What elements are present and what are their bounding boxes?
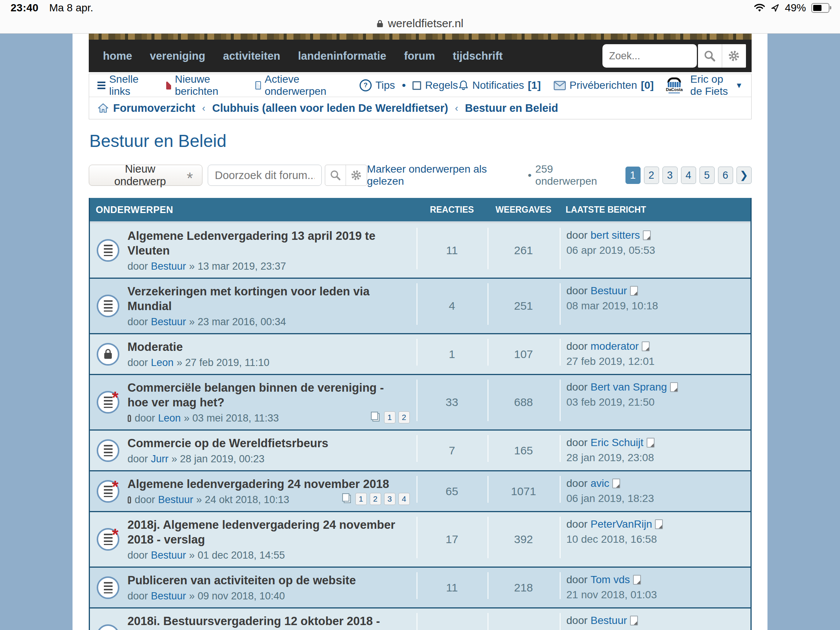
goto-last-post-icon[interactable] bbox=[633, 575, 641, 585]
forum-search-settings-button[interactable] bbox=[346, 165, 366, 185]
topic-page-button-2[interactable]: 2 bbox=[370, 493, 381, 505]
forum-search-input[interactable] bbox=[208, 165, 322, 186]
nav-item-home[interactable]: home bbox=[103, 50, 132, 62]
topic-title-link[interactable]: 2018j. Algemene ledenvergadering 24 nove… bbox=[128, 518, 407, 547]
page-button-4[interactable]: 4 bbox=[681, 167, 696, 184]
breadcrumb-current[interactable]: Bestuur en Beleid bbox=[465, 102, 558, 114]
last-post-author-link[interactable]: Eric Schuijt bbox=[591, 437, 644, 449]
site-search-button[interactable] bbox=[698, 44, 722, 68]
private-messages-link[interactable]: Privéberichten [0] bbox=[554, 79, 654, 92]
topic-count: 259 onderwerpen bbox=[535, 163, 616, 187]
topic-title-link[interactable]: Verzekeringen met kortingen voor leden v… bbox=[128, 284, 407, 314]
browser-chrome: 23:40 Ma 8 apr. 49% bbox=[0, 0, 840, 34]
topic-byline: door Bestuur » 09 nov 2018, 10:40 bbox=[128, 591, 412, 602]
battery-percent: 49% bbox=[785, 2, 806, 14]
battery-icon bbox=[811, 3, 829, 13]
topic-byline: door Bestuur » 01 dec 2018, 14:55 bbox=[128, 549, 412, 561]
wifi-icon bbox=[754, 3, 765, 13]
topic-title-link[interactable]: Publiceren van activiteiten op de websit… bbox=[128, 573, 407, 588]
table-row: 2018i. Bestuursvergadering 12 oktober 20… bbox=[90, 607, 750, 630]
topic-pages: 1234 bbox=[344, 493, 410, 505]
quicklinks-menu[interactable]: Snelle links bbox=[98, 73, 153, 98]
rules-link[interactable]: Regels bbox=[412, 79, 458, 92]
table-row: Verzekeringen met kortingen voor leden v… bbox=[90, 278, 750, 333]
new-topic-button[interactable]: Nieuw onderwerp * bbox=[89, 165, 202, 186]
goto-last-post-icon[interactable] bbox=[643, 231, 651, 240]
page-button-3[interactable]: 3 bbox=[663, 167, 677, 184]
topic-title-link[interactable]: Moderatie bbox=[128, 339, 407, 354]
topic-title-link[interactable]: 2018i. Bestuursvergadering 12 oktober 20… bbox=[128, 614, 407, 630]
active-topics-icon bbox=[255, 81, 261, 90]
topic-author-link[interactable]: Leon bbox=[158, 412, 181, 424]
attachment-icon bbox=[128, 496, 131, 504]
url-bar[interactable]: wereldfietser.nl bbox=[0, 14, 840, 33]
views-count: 165 bbox=[488, 431, 560, 470]
topic-title-link[interactable]: Algemene Ledenvergadering 13 april 2019 … bbox=[128, 229, 407, 258]
topic-page-button-1[interactable]: 1 bbox=[384, 411, 395, 423]
goto-last-post-icon[interactable] bbox=[647, 438, 655, 448]
active-topics-link[interactable]: Actieve onderwerpen bbox=[255, 73, 347, 98]
header-onderwerpen: ONDERWERPEN bbox=[90, 204, 417, 215]
page-button-2[interactable]: 2 bbox=[644, 167, 659, 184]
nav-item-landeninformatie[interactable]: landeninformatie bbox=[298, 50, 386, 62]
avatar-pixels bbox=[668, 82, 681, 87]
goto-last-post-icon[interactable] bbox=[655, 519, 663, 529]
last-post-author-link[interactable]: Bestuur bbox=[591, 614, 627, 627]
goto-last-post-icon[interactable] bbox=[630, 286, 638, 296]
topic-author-link[interactable]: Bestuur bbox=[151, 549, 186, 561]
nav-item-forum[interactable]: forum bbox=[404, 50, 435, 62]
last-post-author-link[interactable]: moderator bbox=[591, 340, 639, 352]
topic-author-link[interactable]: Leon bbox=[151, 357, 174, 369]
breadcrumb-forum-overview[interactable]: Forumoverzicht bbox=[113, 102, 196, 114]
topic-icon bbox=[97, 576, 119, 599]
nav-item-activiteiten[interactable]: activiteiten bbox=[223, 50, 281, 62]
breadcrumb-clubhuis[interactable]: Clubhuis (alleen voor leden De Wereldfie… bbox=[212, 102, 448, 114]
breadcrumb-separator: ‹ bbox=[455, 103, 458, 114]
topic-page-button-4[interactable]: 4 bbox=[398, 493, 410, 505]
new-posts-icon bbox=[166, 82, 171, 90]
topic-page-button-1[interactable]: 1 bbox=[355, 493, 367, 505]
user-avatar[interactable]: DaCosta bbox=[666, 77, 683, 93]
envelope-icon bbox=[554, 81, 566, 90]
new-posts-link[interactable]: Nieuwe berichten bbox=[166, 73, 243, 98]
last-post-author-link[interactable]: PeterVanRijn bbox=[591, 518, 652, 530]
page-button-1[interactable]: 1 bbox=[625, 167, 641, 184]
topic-page-button-3[interactable]: 3 bbox=[384, 493, 395, 505]
last-post-author-link[interactable]: Tom vds bbox=[591, 574, 630, 586]
notifications-link[interactable]: Notificaties [1] bbox=[458, 79, 541, 92]
topic-title-link[interactable]: Commercie op de Wereldfietsrbeurs bbox=[128, 436, 407, 451]
topic-author-link[interactable]: Bestuur bbox=[151, 316, 186, 328]
bullet-separator: • bbox=[528, 169, 532, 181]
site-search-input[interactable] bbox=[602, 44, 697, 68]
last-post-author-link[interactable]: bert sitters bbox=[591, 229, 640, 242]
tips-link[interactable]: ? Tips bbox=[360, 79, 395, 92]
views-count: 261 bbox=[488, 223, 560, 278]
topic-author-link[interactable]: Bestuur bbox=[158, 494, 193, 506]
forum-search-button[interactable] bbox=[325, 165, 346, 185]
topic-author-link[interactable]: Bestuur bbox=[151, 261, 186, 272]
page-button-6[interactable]: 6 bbox=[718, 167, 733, 184]
last-post-author-link[interactable]: avic bbox=[591, 477, 609, 489]
page-button-5[interactable]: 5 bbox=[699, 167, 715, 184]
topic-author-link[interactable]: Jurr bbox=[151, 453, 169, 465]
hot-topic-icon: * bbox=[97, 391, 119, 414]
site-search-settings-button[interactable] bbox=[722, 44, 746, 68]
nav-item-tijdschrift[interactable]: tijdschrift bbox=[453, 50, 503, 62]
mark-topics-read-link[interactable]: Markeer onderwerpen als gelezen bbox=[367, 163, 524, 187]
attachment-icon bbox=[128, 415, 131, 422]
username-menu[interactable]: Eric op de Fiets ▼ bbox=[690, 73, 743, 98]
multipage-icon bbox=[373, 413, 380, 422]
goto-last-post-icon[interactable] bbox=[630, 616, 638, 625]
next-page-button[interactable]: ❯ bbox=[736, 167, 752, 184]
topic-title-link[interactable]: Commerciële belangen binnen de verenigin… bbox=[128, 381, 407, 410]
topic-title-link[interactable]: Algemene ledenvergadering 24 november 20… bbox=[128, 477, 407, 491]
goto-last-post-icon[interactable] bbox=[670, 382, 678, 392]
last-post-author-link[interactable]: Bestuur bbox=[591, 285, 627, 297]
topic-page-button-2[interactable]: 2 bbox=[398, 411, 410, 423]
goto-last-post-icon[interactable] bbox=[642, 341, 650, 351]
nav-item-vereniging[interactable]: vereniging bbox=[150, 50, 205, 62]
last-post-author-link[interactable]: Bert van Sprang bbox=[591, 381, 667, 393]
topic-author-link[interactable]: Bestuur bbox=[151, 591, 186, 602]
goto-last-post-icon[interactable] bbox=[612, 478, 620, 488]
table-header: ONDERWERPEN REACTIES WEERGAVES LAATSTE B… bbox=[90, 198, 750, 223]
